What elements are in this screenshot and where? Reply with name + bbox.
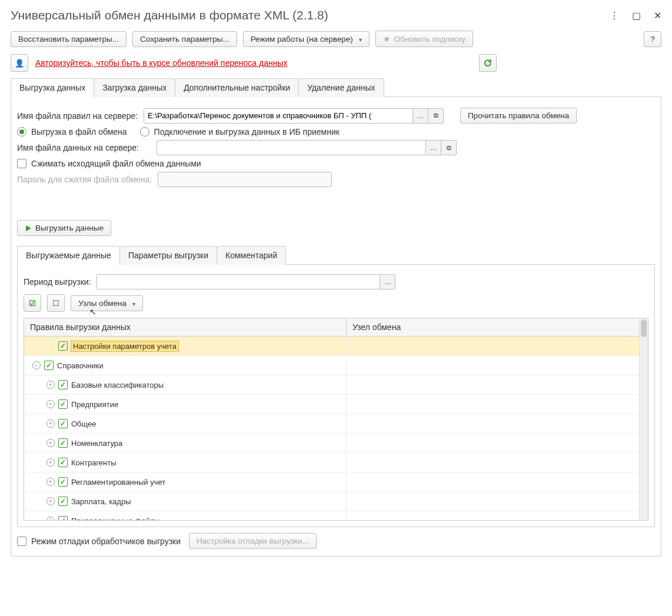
row-label: Настройки параметров учета	[71, 341, 178, 351]
tab-export[interactable]: Выгрузка данных	[11, 78, 94, 97]
refresh-icon	[483, 58, 493, 68]
debug-settings-button[interactable]: Настройка отладки выгрузки...	[189, 533, 317, 549]
row-label: Базовые классификаторы	[71, 381, 164, 389]
table-row[interactable]: +Регламентированный учет	[24, 472, 639, 492]
help-button[interactable]: ?	[644, 31, 661, 47]
rules-file-input[interactable]	[144, 108, 413, 124]
uncheck-all-icon: ☐	[52, 299, 59, 308]
table-row[interactable]: +Предприятие	[24, 395, 639, 414]
nodes-label: Узлы обмена	[78, 299, 127, 308]
expand-icon[interactable]: −	[32, 361, 41, 369]
row-checkbox[interactable]	[58, 341, 68, 351]
chevron-down-icon	[357, 35, 362, 44]
row-checkbox[interactable]	[58, 438, 68, 448]
check-all-button[interactable]: ☑	[24, 294, 41, 312]
expand-icon[interactable]: +	[46, 458, 55, 467]
debug-label: Режим отладки обработчиков выгрузки	[31, 537, 181, 546]
compress-checkbox[interactable]: Сжимать исходящий файл обмена данными	[17, 159, 201, 168]
row-checkbox[interactable]	[58, 419, 68, 428]
row-checkbox[interactable]	[58, 477, 68, 487]
period-label: Период выгрузки:	[24, 277, 91, 287]
table-row[interactable]: +Общее	[24, 414, 639, 434]
scrollbar-thumb[interactable]	[641, 319, 647, 337]
check-all-icon: ☑	[29, 299, 36, 308]
expand-icon	[46, 342, 55, 350]
scrollbar[interactable]	[639, 318, 648, 520]
table-row[interactable]: −Справочники	[24, 356, 639, 375]
window-title: Универсальный обмен данными в формате XM…	[11, 8, 328, 22]
row-checkbox[interactable]	[58, 458, 68, 467]
table-row[interactable]: Настройки параметров учета	[24, 337, 639, 356]
expand-icon[interactable]: +	[46, 381, 55, 389]
tab-import[interactable]: Загрузка данных	[94, 78, 175, 97]
row-label: Контрагенты	[71, 458, 117, 467]
refresh-button[interactable]	[479, 54, 497, 72]
table-row[interactable]: +Номенклатура	[24, 434, 639, 453]
data-ellipsis-button[interactable]: …	[426, 140, 441, 155]
row-label: Общее	[71, 419, 97, 428]
table-row[interactable]: +Присоединенные файлы	[24, 511, 639, 520]
debug-checkbox[interactable]: Режим отладки обработчиков выгрузки	[17, 537, 181, 546]
uncheck-all-button[interactable]: ☐	[47, 294, 65, 312]
row-checkbox[interactable]	[58, 497, 68, 506]
table-row[interactable]: +Контрагенты	[24, 453, 639, 472]
expand-icon[interactable]: +	[46, 419, 55, 428]
table-row[interactable]: +Зарплата, кадры	[24, 492, 639, 511]
row-checkbox[interactable]	[44, 361, 54, 370]
subtab-data[interactable]: Выгружаемые данные	[17, 246, 120, 265]
rules-open-button[interactable]: ⧉	[428, 108, 444, 124]
radio-export-file-label: Выгрузка в файл обмена	[31, 127, 127, 136]
row-label: Присоединенные файлы	[71, 517, 160, 521]
tab-extra[interactable]: Дополнительные настройки	[175, 78, 299, 97]
table-row[interactable]: +Базовые классификаторы	[24, 375, 639, 395]
row-checkbox[interactable]	[58, 516, 68, 520]
expand-icon[interactable]: +	[46, 517, 55, 520]
close-icon[interactable]: ✕	[654, 10, 661, 21]
rules-ellipsis-button[interactable]: …	[413, 108, 428, 124]
subscribe-button[interactable]: ★Обновить подписку	[375, 31, 474, 47]
data-file-input[interactable]	[157, 140, 426, 155]
radio-export-ib[interactable]: Подключение и выгрузка данных в ИБ прием…	[140, 127, 340, 136]
subscribe-label: Обновить подписку	[394, 35, 466, 44]
column-node[interactable]: Узел обмена	[347, 318, 639, 336]
export-button-label: Выгрузить данные	[35, 224, 104, 232]
period-input[interactable]	[97, 274, 380, 289]
row-label: Справочники	[57, 361, 104, 370]
read-rules-button[interactable]: Прочитать правила обмена	[460, 108, 577, 124]
mode-dropdown[interactable]: Режим работы (на сервере)	[243, 31, 370, 47]
restore-params-button[interactable]: Восстановить параметры...	[11, 31, 127, 47]
column-rules[interactable]: Правила выгрузки данных	[24, 318, 347, 336]
row-label: Регламентированный учет	[71, 478, 165, 487]
star-icon: ★	[383, 34, 391, 44]
row-checkbox[interactable]	[58, 399, 68, 409]
user-icon-button[interactable]: 👤	[11, 54, 28, 72]
rules-file-label: Имя файла правил на сервере:	[17, 111, 138, 121]
user-icon: 👤	[15, 59, 24, 68]
nodes-dropdown[interactable]: Узлы обмена	[71, 295, 143, 311]
save-params-button[interactable]: Сохранить параметры...	[132, 31, 237, 47]
radio-export-file[interactable]: Выгрузка в файл обмена	[17, 127, 127, 136]
tab-delete[interactable]: Удаление данных	[298, 78, 384, 97]
auth-link[interactable]: Авторизуйтесь, чтобы быть в курсе обновл…	[35, 58, 287, 68]
subtab-params[interactable]: Параметры выгрузки	[119, 246, 217, 265]
mode-label: Режим работы (на сервере)	[251, 35, 353, 44]
password-label: Пароль для сжатия файла обмена:	[17, 175, 152, 184]
chevron-down-icon	[130, 299, 135, 308]
export-button[interactable]: Выгрузить данные	[17, 220, 111, 236]
expand-icon[interactable]: +	[46, 400, 55, 408]
compress-label: Сжимать исходящий файл обмена данными	[31, 159, 201, 168]
period-ellipsis-button[interactable]: …	[380, 274, 395, 289]
password-input	[158, 172, 332, 187]
expand-icon[interactable]: +	[46, 439, 55, 447]
row-checkbox[interactable]	[58, 380, 68, 389]
subtab-comment[interactable]: Комментарий	[217, 246, 286, 265]
play-icon	[25, 225, 32, 232]
data-open-button[interactable]: ⧉	[441, 140, 457, 155]
row-label: Предприятие	[71, 400, 118, 409]
maximize-icon[interactable]: ▢	[632, 10, 641, 21]
row-label: Номенклатура	[71, 439, 122, 448]
expand-icon[interactable]: +	[46, 497, 55, 505]
data-file-label: Имя файла данных на сервере:	[17, 143, 139, 152]
kebab-icon[interactable]: ⋮	[610, 10, 619, 21]
expand-icon[interactable]: +	[46, 478, 55, 486]
